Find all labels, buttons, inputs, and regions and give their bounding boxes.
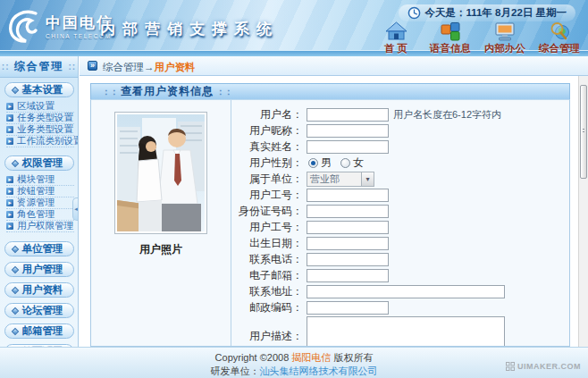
gender-female-radio[interactable] bbox=[340, 158, 350, 168]
form-row-zipcode: 邮政编码： bbox=[231, 300, 569, 315]
sidebar-title-deco: :: bbox=[2, 62, 10, 71]
address-input[interactable] bbox=[307, 285, 505, 298]
date-text: 今天是：111年 8月22日 星期一 bbox=[425, 6, 567, 20]
photo-caption: 用户照片 bbox=[139, 242, 182, 257]
panel-body: 用户照片 用户名： 用户名长度在6-12字符内 用户昵称： 真实姓名： bbox=[90, 99, 570, 347]
user-photo bbox=[114, 112, 207, 234]
form-row-nickname: 用户昵称： bbox=[231, 123, 569, 138]
diamond-icon bbox=[11, 86, 18, 93]
diamond-icon bbox=[11, 307, 18, 314]
form-row-jobno: 用户工号： bbox=[231, 188, 569, 202]
footer: Copyright ©2008 揭阳电信 版权所有 研发单位：汕头集结网络技术有… bbox=[0, 347, 588, 378]
unit-select[interactable]: 营业部 ▾ bbox=[307, 172, 374, 187]
form-row-email: 电子邮箱： bbox=[231, 268, 569, 282]
sidebar-collapse-handle[interactable]: ◂ bbox=[72, 197, 79, 221]
app-window: 中国电信 CHINA TELECOM 内部营销支撑系统 今天是：111年 8月2… bbox=[0, 0, 588, 378]
sidebar-item-unit-management[interactable]: 单位管理 bbox=[4, 241, 74, 256]
diamond-icon bbox=[11, 265, 18, 273]
nickname-input[interactable] bbox=[307, 124, 389, 138]
gender-male-radio[interactable] bbox=[308, 158, 318, 168]
nav-voice-info[interactable]: 语音信息 bbox=[429, 21, 472, 55]
globe-search-icon bbox=[548, 21, 572, 42]
jobno-input[interactable] bbox=[307, 189, 389, 202]
sidebar-item-forum-management[interactable]: 论坛管理 bbox=[4, 303, 74, 318]
scrollbar-thumb[interactable] bbox=[580, 85, 587, 179]
panel-header: ：： 查看用户资料信息 ：： bbox=[90, 83, 570, 99]
breadcrumb-icon: » bbox=[88, 61, 97, 71]
dropdown-arrow-icon: ▾ bbox=[361, 172, 374, 186]
nav-admin[interactable]: 综合管理 bbox=[538, 21, 581, 55]
copyright-suffix: 版权所有 bbox=[333, 352, 373, 363]
arrow-bullet-icon: ▸ bbox=[6, 211, 13, 218]
nav-home[interactable]: 首 页 bbox=[374, 21, 417, 55]
diamond-icon bbox=[11, 286, 18, 293]
sidebar-item-user-profile[interactable]: 用户资料 bbox=[4, 282, 74, 298]
form-row-idcard: 身份证号码： bbox=[231, 204, 569, 218]
arrow-bullet-icon: ▸ bbox=[6, 114, 13, 122]
breadcrumb-current: 用户资料 bbox=[155, 62, 196, 72]
vertical-scrollbar[interactable] bbox=[578, 76, 588, 347]
zipcode-input[interactable] bbox=[307, 301, 389, 315]
form-row-jobno2: 用户工号： bbox=[231, 220, 569, 234]
username-input[interactable] bbox=[307, 108, 389, 122]
description-label: 用户描述： bbox=[231, 329, 307, 344]
idcard-input[interactable] bbox=[307, 205, 389, 218]
jobno2-input[interactable] bbox=[307, 221, 389, 234]
gender-female-label: 女 bbox=[353, 155, 364, 171]
panel-title: 查看用户资料信息 bbox=[121, 84, 214, 99]
user-profile-panel: ：： 查看用户资料信息 ：： bbox=[90, 83, 570, 347]
address-label: 联系地址： bbox=[231, 284, 307, 299]
sidebar: :: 综合管理 :: 基本设置 ▸ 区域设置 ▸ 任务类型设置 ▸ 业务类型设置… bbox=[0, 56, 79, 347]
form-row-realname: 真实姓名： bbox=[231, 139, 569, 154]
top-navigation: 首 页 语音信息 内部办公 bbox=[374, 21, 581, 55]
diamond-icon bbox=[11, 159, 18, 166]
copyright-line: Copyright ©2008 揭阳电信 版权所有 bbox=[0, 351, 588, 365]
unit-label: 属于单位： bbox=[231, 172, 307, 187]
sidebar-group-permission-management[interactable]: 权限管理 bbox=[4, 155, 74, 171]
nav-home-label: 首 页 bbox=[384, 42, 407, 55]
panel-header-deco: ：： bbox=[216, 86, 232, 98]
copyright-org: 揭阳电信 bbox=[291, 352, 331, 363]
developer-line: 研发单位：汕头集结网络技术有限公司 bbox=[0, 365, 588, 378]
arrow-bullet-icon: ▸ bbox=[6, 103, 13, 110]
phone-input[interactable] bbox=[307, 253, 389, 266]
realname-input[interactable] bbox=[307, 140, 389, 154]
form-row-description: 用户描述： bbox=[231, 316, 569, 347]
computer-icon bbox=[493, 21, 517, 42]
arrow-bullet-icon: ▸ bbox=[6, 176, 13, 183]
sidebar-links-basic: ▸ 区域设置 ▸ 任务类型设置 ▸ 业务类型设置 ▸ 工作流类别设置 bbox=[0, 100, 78, 149]
nav-internal-office[interactable]: 内部办公 bbox=[483, 21, 526, 55]
telecom-swirl-icon bbox=[6, 8, 42, 44]
jobno-label: 用户工号： bbox=[231, 188, 307, 203]
sidebar-title-deco: :: bbox=[69, 62, 77, 71]
panel-header-deco: ：： bbox=[102, 86, 118, 98]
diamond-icon bbox=[11, 245, 18, 252]
developer-company-link[interactable]: 汕头集结网络技术有限公司 bbox=[260, 365, 378, 376]
china-telecom-logo: 中国电信 CHINA TELECOM bbox=[6, 8, 113, 44]
sidebar-title: :: 综合管理 :: bbox=[0, 56, 78, 78]
description-textarea[interactable] bbox=[307, 316, 505, 347]
sidebar-item-workflow-category-settings[interactable]: ▸ 工作流类别设置 bbox=[6, 136, 74, 147]
breadcrumb-parent[interactable]: 综合管理 bbox=[103, 62, 144, 72]
sidebar-buttons: 单位管理 用户管理 用户资料 论坛管理 邮箱管理 首页配置 bbox=[0, 241, 78, 347]
sidebar-item-user-management[interactable]: 用户管理 bbox=[4, 262, 74, 277]
sidebar-item-mailbox-management[interactable]: 邮箱管理 bbox=[4, 323, 74, 339]
nav-admin-label: 综合管理 bbox=[539, 42, 580, 55]
sidebar-group-basic-settings[interactable]: 基本设置 bbox=[4, 82, 74, 97]
date-display: 今天是：111年 8月22日 星期一 bbox=[399, 4, 576, 21]
breadcrumb-arrow: → bbox=[144, 62, 155, 72]
birthday-input[interactable] bbox=[307, 237, 389, 250]
arrow-bullet-icon: ▸ bbox=[6, 138, 13, 145]
sidebar-links-permission: ▸ 模块管理 ▸ 按钮管理 ▸ 资源管理 ▸ 角色管理 ▸ 用户权限管理 bbox=[0, 173, 78, 234]
arrow-bullet-icon: ▸ bbox=[6, 126, 13, 133]
nickname-label: 用户昵称： bbox=[231, 123, 307, 139]
jobno2-label: 用户工号： bbox=[231, 220, 307, 235]
system-title: 内部营销支撑系统 bbox=[100, 19, 279, 39]
watermark: UIMAKER.COM bbox=[506, 362, 581, 371]
email-input[interactable] bbox=[307, 269, 389, 282]
home-icon bbox=[384, 21, 408, 42]
form-row-address: 联系地址： bbox=[231, 284, 569, 298]
diamond-icon bbox=[11, 327, 18, 334]
sidebar-item-user-permission-management[interactable]: ▸ 用户权限管理 bbox=[6, 221, 74, 232]
phone-label: 联系电话： bbox=[231, 252, 307, 267]
